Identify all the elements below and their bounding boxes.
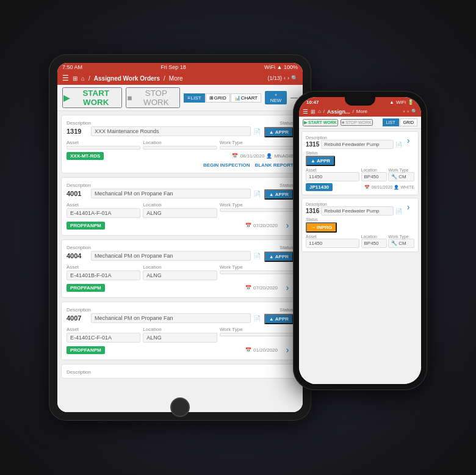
grid-icon[interactable]: ⊞	[73, 75, 78, 82]
phone-loc-1315[interactable]: BP450	[361, 172, 388, 181]
phone-more[interactable]: More	[356, 109, 367, 114]
chevron-right-3[interactable]: ›	[281, 283, 294, 292]
worktype-field-1[interactable]	[220, 146, 294, 150]
phone-chevron-1316[interactable]: ›	[402, 202, 414, 212]
phone-tag-1315[interactable]: JP11430	[306, 183, 333, 191]
asset-field-3[interactable]: E-41401B-F-01A	[67, 270, 140, 280]
work-card-4007: Description 4007 Mechanical PM on Propan…	[61, 302, 299, 360]
desc-label-1: Description	[67, 120, 261, 126]
desc-label-partial: Description	[67, 369, 294, 375]
phone-grid-icon[interactable]: ⊞	[311, 109, 316, 115]
status-badge-appr-1[interactable]: ▲ APPR	[264, 127, 294, 137]
appr-icon-1: ▲	[269, 129, 274, 135]
phone-stop-work-button[interactable]: ■ STOP WORK	[341, 119, 373, 126]
card-id-3: 4004	[67, 252, 88, 259]
phone-breadcrumb-sep: /	[323, 109, 325, 114]
asset-field-2[interactable]: E-41401A-F-01A	[67, 208, 140, 218]
tab-chart[interactable]: 📊 CHART	[231, 93, 261, 103]
breadcrumb-separator2: /	[164, 75, 165, 82]
status-badge-appr-4[interactable]: ▲ APPR	[264, 314, 294, 324]
page-count: (1/13) ‹ › 🔍	[267, 75, 298, 81]
chevron-right-2[interactable]: ›	[281, 220, 294, 230]
blank-report-link[interactable]: BLANK REPORT	[254, 162, 294, 168]
card-id-1: 1319	[67, 128, 88, 135]
more-menu[interactable]: More	[169, 75, 183, 82]
phone-start-work-button[interactable]: ▶ START WORK	[303, 119, 338, 126]
tab-grid[interactable]: ⊞ GRID	[206, 93, 230, 103]
phone-card-1315: Description 1315 Rebuild Feedwater Pump …	[301, 131, 419, 195]
location-field-4[interactable]: ALNG	[143, 333, 217, 343]
tablet-home-button[interactable]	[170, 397, 190, 417]
status-badge-appr-2[interactable]: ▲ APPR	[264, 189, 294, 200]
worktype-label-1: Work Type	[220, 140, 294, 145]
menu-icon[interactable]: ☰	[62, 74, 69, 82]
phone-wt-1316[interactable]: 🔧 CM	[388, 239, 414, 248]
doc-icon-2: 📄	[253, 190, 261, 197]
phone-wt-1315[interactable]: 🔧 CM	[388, 172, 414, 181]
tablet-content: Description 1319 XXX Maintenance Rounds …	[57, 111, 303, 412]
asset-label-1: Asset	[67, 140, 140, 145]
doc-icon-4: 📄	[253, 315, 261, 322]
status-badge-appr-3[interactable]: ▲ APPR	[264, 252, 294, 262]
phone-asset-1316[interactable]: 11450	[306, 239, 359, 248]
worktype-field-2[interactable]	[220, 208, 294, 212]
worktype-field-3[interactable]	[220, 270, 294, 274]
tablet-toolbar: ☰ ⊞ ⌂ / Assigned Work Orders / More (1/1…	[57, 71, 303, 85]
phone-status-appr-1315[interactable]: ▲ APPR	[306, 156, 335, 166]
phone-play-icon: ▶	[304, 120, 307, 125]
prev-icon[interactable]: ‹	[284, 75, 286, 81]
search-icon[interactable]: 🔍	[291, 75, 298, 81]
phone-search-icon[interactable]: 🔍	[411, 109, 417, 114]
asset-field-4[interactable]: E-41401C-F-01A	[67, 333, 140, 343]
location-field-2[interactable]: ALNG	[143, 208, 217, 218]
breadcrumb-title[interactable]: Assigned Work Orders	[94, 75, 160, 82]
phone-tab-list[interactable]: LIST	[383, 118, 399, 126]
phone-menu-icon[interactable]: ☰	[303, 108, 308, 115]
status-label-1: Status	[279, 120, 294, 126]
description-field-1[interactable]: XXX Maintenance Rounds	[91, 126, 251, 136]
list-icon: ≡	[187, 95, 190, 101]
tag-2[interactable]: PROPFANPM	[67, 222, 105, 230]
phone-tab-grid[interactable]: GRID	[400, 118, 418, 126]
worktype-field-4[interactable]	[220, 333, 294, 336]
phone-breadcrumb-title[interactable]: Assign...	[327, 109, 350, 115]
battery-icon: 🔋	[408, 100, 414, 105]
phone-card-id-1316: 1316	[306, 208, 319, 214]
phone-next-icon[interactable]: ›	[407, 109, 409, 114]
signal-icon: ▲	[389, 100, 394, 105]
chevron-right-4[interactable]: ›	[281, 345, 294, 355]
doc-icon-3: 📄	[253, 253, 261, 259]
tablet-time: 7:50 AM	[62, 64, 82, 70]
next-icon[interactable]: ›	[287, 75, 289, 81]
phone-status-inprg-1316[interactable]: → INPRG	[306, 222, 337, 233]
phone-card-id-1315: 1315	[306, 141, 319, 148]
grid-view-icon: ⊞	[209, 95, 214, 101]
phone-desc-1316[interactable]: Rebuild Feedwater Pump	[321, 206, 394, 216]
tag-3[interactable]: PROPFANPM	[67, 284, 105, 292]
phone-doc-icon-2: 📄	[395, 208, 402, 214]
card-actions-1: BEGIN INSPECTION BLANK REPORT	[67, 162, 294, 168]
description-field-3[interactable]: Mechanical PM on Propane Fan	[91, 251, 251, 261]
asset-field-1[interactable]	[67, 146, 140, 150]
phone-loc-1316[interactable]: BP450	[361, 239, 388, 248]
new-button[interactable]: + NEW	[265, 91, 287, 104]
phone-desc-1315[interactable]: Rebuild Feedwater Pump	[321, 140, 394, 149]
description-field-2[interactable]: Mechanical PM on Propane Fan	[91, 189, 251, 198]
phone-status-icons: ▲ WiFi 🔋	[389, 100, 414, 105]
play-icon: ▶	[63, 93, 70, 103]
begin-inspection-link[interactable]: BEGIN INSPECTION	[203, 162, 250, 168]
work-card-1319: Description 1319 XXX Maintenance Rounds …	[61, 115, 299, 173]
start-work-button[interactable]: ▶ START WORK	[62, 87, 122, 108]
location-field-3[interactable]: ALNG	[143, 270, 217, 280]
phone-asset-1315[interactable]: 11450	[306, 172, 359, 181]
description-field-4[interactable]: Mechanical PM on Propane Fan	[91, 313, 251, 323]
tab-list[interactable]: ≡ LIST	[184, 93, 205, 103]
phone-chevron-1315[interactable]: ›	[402, 136, 414, 145]
stop-work-button[interactable]: ■ STOP WORK	[126, 87, 180, 108]
home-icon[interactable]: ⌂	[81, 75, 85, 82]
phone-prev-icon[interactable]: ‹	[403, 109, 405, 114]
location-field-1[interactable]	[143, 146, 217, 150]
tag-1[interactable]: XXX-MT-RDS	[67, 152, 104, 160]
tag-4[interactable]: PROPFANPM	[67, 346, 105, 354]
phone-home-icon[interactable]: ⌂	[318, 109, 321, 114]
